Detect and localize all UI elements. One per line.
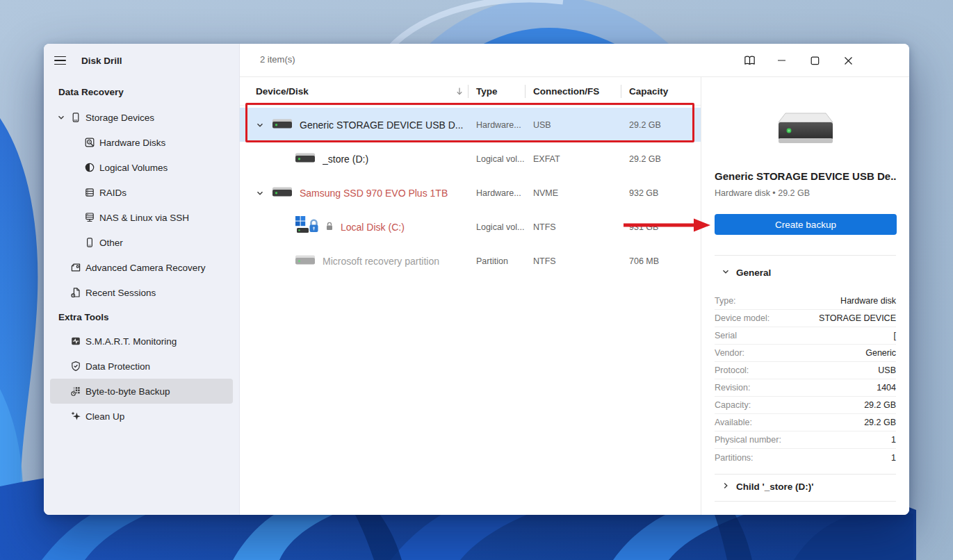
divider — [715, 501, 896, 502]
table-row-samsung-ssd[interactable]: Samsung SSD 970 EVO Plus 1TB Hardware...… — [240, 176, 701, 210]
device-table: Device/Disk Type Connection/FS Capacity … — [240, 77, 701, 515]
general-section-header[interactable]: General — [715, 263, 896, 281]
hard-drive-icon — [272, 118, 293, 131]
byte-backup-icon — [70, 386, 81, 397]
sidebar-item-advanced-camera-recovery[interactable]: Advanced Camera Recovery — [50, 255, 233, 280]
divider — [715, 474, 896, 475]
sidebar-item-other[interactable]: Other — [50, 230, 233, 255]
sidebar-item-byte-to-byte-backup[interactable]: Byte-to-byte Backup — [50, 379, 233, 404]
selected-device-summary: Hardware disk • 29.2 GB — [715, 188, 896, 198]
table-header: Device/Disk Type Connection/FS Capacity — [240, 77, 701, 106]
create-backup-button[interactable]: Create backup — [715, 214, 897, 235]
items-count: 2 item(s) — [260, 54, 295, 65]
chevron-right-icon — [722, 481, 730, 492]
sidebar-item-logical-volumes[interactable]: Logical Volumes — [50, 155, 233, 180]
hard-drive-icon — [295, 152, 316, 165]
open-book-icon[interactable] — [738, 50, 761, 71]
camera-recovery-icon — [70, 262, 81, 274]
child-section-header[interactable]: Child '_store (D:)' — [715, 477, 896, 495]
storage-devices-icon — [70, 112, 81, 124]
drive-illustration-icon — [774, 110, 838, 149]
sidebar-item-recent-sessions[interactable]: Recent Sessions — [50, 280, 233, 305]
sidebar-item-raids[interactable]: RAIDs — [50, 180, 233, 205]
app-title: Disk Drill — [81, 56, 122, 66]
sidebar-item-clean-up[interactable]: Clean Up — [50, 404, 233, 429]
sidebar-nav: Data Recovery Storage Devices Hardware D… — [44, 77, 239, 429]
close-icon[interactable] — [836, 50, 860, 71]
section-header-data-recovery: Data Recovery — [44, 79, 239, 105]
column-header-capacity[interactable]: Capacity — [621, 77, 701, 105]
divider — [715, 255, 896, 256]
property-row: Serial[ — [715, 327, 896, 345]
minimize-icon[interactable] — [769, 50, 793, 71]
clean-up-icon — [70, 411, 81, 422]
sidebar-item-nas-linux-ssh[interactable]: NAS & Linux via SSH — [50, 205, 233, 230]
table-row-ms-recovery-partition[interactable]: Microsoft recovery partition Partition N… — [240, 244, 701, 278]
sidebar-item-data-protection[interactable]: Data Protection — [50, 354, 233, 379]
hardware-disks-icon — [83, 137, 95, 149]
logical-volumes-icon — [83, 162, 95, 174]
nas-ssh-icon — [83, 212, 95, 224]
raids-icon — [83, 187, 95, 199]
selected-device-name: Generic STORAGE DEVICE USB De... — [715, 170, 896, 182]
data-protection-icon — [70, 361, 81, 372]
property-row: Available:29.2 GB — [715, 414, 896, 431]
column-header-device-disk[interactable]: Device/Disk — [240, 77, 468, 105]
maximize-icon[interactable] — [803, 50, 826, 71]
column-header-type[interactable]: Type — [468, 77, 525, 105]
sidebar-item-hardware-disks[interactable]: Hardware Disks — [50, 130, 233, 155]
property-row: Partitions:1 — [715, 449, 896, 466]
table-body: Generic STORAGE DEVICE USB D... Hardware… — [240, 106, 701, 278]
disk-drill-window: Disk Drill Data Recovery Storage Devices… — [44, 44, 909, 515]
table-row-local-disk-c[interactable]: Local Disk (C:) Logical vol... NTFS 931 … — [240, 210, 701, 244]
chevron-down-icon — [722, 267, 730, 278]
sort-descending-icon — [455, 87, 464, 96]
windows-bitlocker-drive-icon — [295, 215, 318, 238]
lock-icon — [325, 222, 334, 233]
general-properties: Type:Hardware disk Device model:STORAGE … — [715, 293, 896, 466]
chevron-down-icon — [255, 121, 265, 129]
hard-drive-icon — [295, 254, 316, 267]
column-header-connection-fs[interactable]: Connection/FS — [525, 77, 621, 105]
chevron-down-icon — [56, 113, 65, 122]
section-header-extra-tools: Extra Tools — [44, 305, 239, 329]
hard-drive-icon — [272, 186, 293, 199]
sidebar-header: Disk Drill — [44, 44, 239, 77]
property-row: Vendor:Generic — [715, 345, 896, 362]
sidebar-item-smart-monitoring[interactable]: S.M.A.R.T. Monitoring — [50, 329, 233, 354]
property-row: Physical number:1 — [715, 431, 896, 449]
recent-sessions-icon — [70, 287, 81, 299]
property-row: Type:Hardware disk — [715, 293, 896, 310]
details-panel: Generic STORAGE DEVICE USB De... Hardwar… — [701, 77, 909, 515]
property-row: Device model:STORAGE DEVICE — [715, 310, 896, 327]
property-row: Protocol:USB — [715, 362, 896, 379]
property-row: Capacity:29.2 GB — [715, 397, 896, 414]
chevron-down-icon — [255, 189, 265, 197]
other-devices-icon — [83, 237, 95, 249]
menu-icon[interactable] — [54, 52, 71, 69]
table-row-generic-usb-device[interactable]: Generic STORAGE DEVICE USB D... Hardware… — [240, 108, 701, 142]
sidebar-item-storage-devices[interactable]: Storage Devices — [50, 105, 233, 130]
sidebar: Disk Drill Data Recovery Storage Devices… — [44, 44, 240, 515]
property-row: Revision:1404 — [715, 379, 896, 397]
smart-monitoring-icon — [70, 336, 81, 347]
table-row-store-d[interactable]: _store (D:) Logical vol... EXFAT 29.2 GB — [240, 142, 701, 176]
